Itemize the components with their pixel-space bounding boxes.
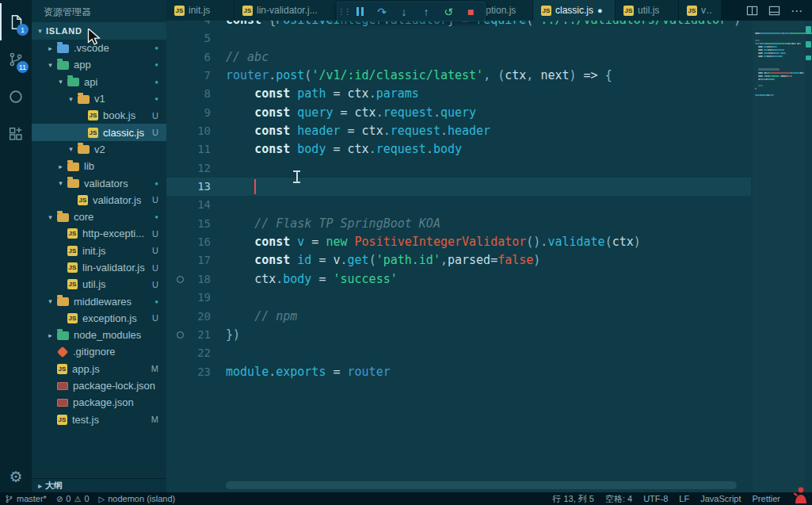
code-line-11[interactable]: 11 const body = ctx.request.body bbox=[166, 140, 751, 159]
indentation-status[interactable]: 空格: 4 bbox=[605, 493, 632, 505]
code-line-15[interactable]: 15 // Flask TP SpringBoot KOA bbox=[166, 215, 751, 233]
tree-item-lin-validator-js[interactable]: JSlin-validator.jsU bbox=[32, 259, 166, 276]
formatter-status[interactable]: Prettier bbox=[753, 494, 780, 503]
tree-item-v2[interactable]: ▾v2 bbox=[32, 141, 166, 158]
tree-item-api[interactable]: ▾api● bbox=[32, 74, 166, 90]
tree-item-test-js[interactable]: JStest.jsM bbox=[32, 411, 166, 428]
restart-button[interactable]: ↺ bbox=[437, 2, 459, 21]
code-line-10[interactable]: 10 const header = ctx.request.header bbox=[166, 122, 751, 140]
breakpoint-gutter[interactable] bbox=[166, 48, 187, 67]
breakpoint-gutter[interactable] bbox=[166, 289, 187, 307]
tree-item-vscode[interactable]: ▸.vscode● bbox=[32, 40, 166, 56]
code-line-4[interactable]: 4const {PositiveIntegerValidator} = requ… bbox=[166, 21, 751, 29]
tree-item-package-json[interactable]: package.json bbox=[32, 394, 166, 411]
explorer-section-header[interactable]: ▾ ISLAND bbox=[32, 22, 166, 40]
code-line-22[interactable]: 22 bbox=[166, 344, 751, 362]
code-line-8[interactable]: 8 const path = ctx.params bbox=[166, 85, 751, 103]
code-line-6[interactable]: 6// abc bbox=[166, 48, 751, 67]
tree-item-init-js[interactable]: JSinit.jsU bbox=[32, 243, 166, 259]
tree-item-package-lock-json[interactable]: package-lock.json bbox=[32, 377, 166, 394]
tree-item-util-js[interactable]: JSutil.jsU bbox=[32, 276, 166, 293]
minimap-line bbox=[799, 43, 801, 44]
breakpoint-gutter[interactable] bbox=[166, 196, 187, 214]
git-branch-status[interactable]: master* bbox=[5, 494, 47, 503]
cursor-position-status[interactable]: 行 13, 列 5 bbox=[552, 493, 594, 505]
tree-item-gitignore[interactable]: .gitignore bbox=[32, 343, 166, 360]
task-status[interactable]: ▷ nodemon (island) bbox=[99, 494, 176, 503]
breakpoint-gutter[interactable] bbox=[166, 140, 187, 159]
encoding-status[interactable]: UTF-8 bbox=[643, 494, 668, 503]
split-editor-icon[interactable] bbox=[746, 5, 758, 17]
tab-init-js[interactable]: JSinit.js bbox=[166, 0, 234, 21]
language-status[interactable]: JavaScript bbox=[700, 494, 741, 503]
tree-item-validators[interactable]: ▾validators● bbox=[32, 174, 166, 191]
tree-item-lib[interactable]: ▸lib bbox=[32, 158, 166, 174]
breakpoint-gutter[interactable] bbox=[166, 363, 187, 381]
breakpoint-gutter[interactable] bbox=[166, 178, 187, 196]
pause-button[interactable] bbox=[349, 2, 371, 21]
code-token bbox=[226, 272, 254, 286]
breakpoint-gutter[interactable] bbox=[166, 344, 187, 362]
tree-item-http-excepti[interactable]: JShttp-excepti...U bbox=[32, 225, 166, 242]
tree-item-middlewares[interactable]: ▾middlewares● bbox=[32, 293, 166, 309]
code-line-5[interactable]: 5 bbox=[166, 29, 751, 48]
folder-icon bbox=[57, 44, 69, 53]
minimap[interactable] bbox=[753, 21, 805, 492]
breakpoint-gutter[interactable] bbox=[166, 159, 187, 178]
problems-status[interactable]: ⊘0 ⚠0 bbox=[56, 494, 90, 503]
step-over-button[interactable]: ↷ bbox=[371, 2, 393, 21]
breakpoint-gutter[interactable] bbox=[166, 104, 187, 122]
code-line-9[interactable]: 9 const query = ctx.request.query bbox=[166, 104, 751, 122]
tree-item-classic-js[interactable]: JSclassic.jsU bbox=[32, 124, 166, 140]
tab-validator-js[interactable]: JSvalidator.js bbox=[679, 0, 722, 21]
code-line-19[interactable]: 19 bbox=[166, 289, 751, 307]
breakpoint-gutter[interactable] bbox=[166, 308, 187, 326]
tree-item-v1[interactable]: ▾v1● bbox=[32, 90, 166, 107]
editor-layout-icon[interactable] bbox=[768, 5, 780, 17]
code-line-18[interactable]: 18 ctx.body = 'success' bbox=[166, 270, 751, 289]
breakpoint-gutter[interactable] bbox=[166, 122, 187, 140]
step-out-button[interactable]: ↑ bbox=[415, 2, 437, 21]
code-line-17[interactable]: 17 const id = v.get('path.id',parsed=fal… bbox=[166, 251, 751, 270]
tree-item-book-js[interactable]: JSbook.jsU bbox=[32, 107, 166, 124]
code-line-21[interactable]: 21}) bbox=[166, 326, 751, 344]
code-line-16[interactable]: 16 const v = new PositiveIntegerValidato… bbox=[166, 233, 751, 251]
tab-util-js[interactable]: JSutil.js bbox=[616, 0, 679, 21]
tree-item-app-js[interactable]: JSapp.jsM bbox=[32, 361, 166, 377]
eol-status[interactable]: LF bbox=[679, 494, 689, 503]
breakpoint-gutter[interactable] bbox=[166, 85, 187, 103]
code-editor[interactable]: 4const {PositiveIntegerValidator} = requ… bbox=[166, 21, 812, 492]
step-into-button[interactable]: ↓ bbox=[393, 2, 415, 21]
breakpoint-gutter[interactable] bbox=[166, 326, 187, 344]
code-line-20[interactable]: 20 // npm bbox=[166, 308, 751, 326]
outline-section-header[interactable]: ▸ 大纲 bbox=[32, 478, 166, 492]
code-text: const path = ctx.params bbox=[226, 85, 419, 103]
code-line-23[interactable]: 23module.exports = router bbox=[166, 363, 751, 381]
breakpoint-gutter[interactable] bbox=[166, 270, 187, 289]
extensions-icon[interactable] bbox=[0, 115, 32, 152]
more-actions-icon[interactable]: ⋯ bbox=[791, 5, 802, 17]
horizontal-scrollbar[interactable] bbox=[226, 481, 737, 489]
tree-item-validator-js[interactable]: JSvalidator.jsU bbox=[32, 192, 166, 209]
overview-ruler[interactable] bbox=[805, 21, 812, 492]
explorer-icon[interactable]: 1 bbox=[0, 3, 32, 40]
drag-handle-icon[interactable]: ⋮⋮ bbox=[337, 7, 349, 16]
code-line-7[interactable]: 7router.post('/v1/:id/classic/latest', (… bbox=[166, 67, 751, 85]
source-control-icon[interactable]: 11 bbox=[0, 40, 32, 78]
tree-item-node-modules[interactable]: ▸node_modules bbox=[32, 327, 166, 343]
breakpoint-gutter[interactable] bbox=[166, 29, 187, 48]
breakpoint-gutter[interactable] bbox=[166, 233, 187, 251]
debug-icon[interactable] bbox=[0, 78, 32, 115]
stop-button[interactable]: ■ bbox=[459, 2, 482, 21]
settings-gear-icon[interactable]: ⚙ bbox=[9, 468, 22, 486]
tree-item-exception-js[interactable]: JSexception.jsU bbox=[32, 310, 166, 327]
breakpoint-gutter[interactable] bbox=[166, 67, 187, 85]
breakpoint-gutter[interactable] bbox=[166, 21, 187, 29]
tab-classic-js[interactable]: JSclassic.js● bbox=[533, 0, 616, 21]
code-line-14[interactable]: 14 bbox=[166, 196, 751, 214]
tree-item-app[interactable]: ▾app● bbox=[32, 56, 166, 73]
breakpoint-gutter[interactable] bbox=[166, 251, 187, 270]
tree-item-core[interactable]: ▾core● bbox=[32, 209, 166, 225]
breakpoint-gutter[interactable] bbox=[166, 215, 187, 233]
code-line-12[interactable]: 12 bbox=[166, 159, 751, 178]
